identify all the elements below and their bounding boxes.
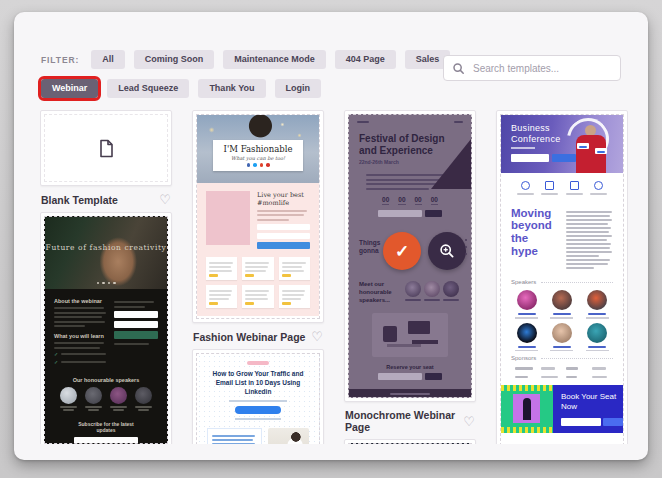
check-item: ✓ xyxy=(54,360,106,365)
speaker xyxy=(424,281,440,302)
filter-button-login[interactable]: Login xyxy=(275,79,322,98)
fashion-dark-thumbnail[interactable]: Future of fashion creativity About the w… xyxy=(44,216,168,444)
template-card-linkedin[interactable]: How to Grow Your Traffic and Email List … xyxy=(192,349,324,444)
register-button xyxy=(114,331,158,339)
testimonial xyxy=(206,285,237,308)
template-name: Blank Template xyxy=(41,194,118,206)
reserve-heading: Reserve your seat xyxy=(349,364,471,370)
filter-row-1: FILTER: All Coming Soon Maintenance Mode… xyxy=(41,50,450,69)
template-card-blank[interactable] xyxy=(40,110,172,186)
template-card-fashion[interactable]: I'M Fashionable What you can be too! xyxy=(192,110,324,323)
template-card-navy[interactable] xyxy=(344,439,476,444)
check-item: ✓ xyxy=(54,352,106,357)
mono-title: Festival of Design and Experience xyxy=(359,133,447,156)
avatar xyxy=(587,290,607,310)
logo-line xyxy=(357,121,369,123)
subtitle-line xyxy=(229,400,287,402)
speakers-grid xyxy=(511,290,613,351)
fashion-feature-text: Live your best #momlife xyxy=(257,191,310,249)
booking-banner: Book Your Seat Now xyxy=(501,385,623,433)
star-rating xyxy=(209,274,218,277)
filter-button-lead-squeeze[interactable]: Lead Squeeze xyxy=(107,79,189,98)
figure-silhouette xyxy=(523,398,531,420)
speakers-heading: Speakers xyxy=(511,279,536,285)
templates-panel: FILTER: All Coming Soon Maintenance Mode… xyxy=(14,12,648,460)
testimonial xyxy=(242,285,273,308)
avatar xyxy=(60,387,77,404)
filter-button-all[interactable]: All xyxy=(91,50,125,69)
slider-dots xyxy=(465,239,467,255)
feature xyxy=(566,181,583,195)
preview-template-button[interactable] xyxy=(428,232,466,270)
filter-button-webinar-active[interactable]: Webinar xyxy=(41,79,98,98)
favorite-heart-icon[interactable]: ♡ xyxy=(463,415,475,428)
blank-template-thumbnail[interactable] xyxy=(44,114,168,182)
dark-speakers-section: Our honourable speakers xyxy=(45,372,167,414)
subscribe-input xyxy=(74,437,138,444)
avatar xyxy=(517,290,537,310)
filter-button-thank-you[interactable]: Thank You xyxy=(198,79,265,98)
mono-footer xyxy=(349,389,471,398)
grid-column-2: I'M Fashionable What you can be too! xyxy=(192,110,324,444)
speakers-heading: Our honourable speakers xyxy=(53,377,159,383)
speaker xyxy=(405,281,421,302)
star-rating xyxy=(245,274,254,277)
card-chip xyxy=(595,148,607,154)
fashion-hero-subtitle: What you can be too! xyxy=(215,155,301,161)
check-icon: ✓ xyxy=(54,352,58,357)
form-input xyxy=(257,224,310,230)
choose-template-button[interactable]: ✓ xyxy=(383,232,421,270)
filter-button-maintenance-mode[interactable]: Maintenance Mode xyxy=(223,50,326,69)
search-input[interactable] xyxy=(471,62,611,75)
section-label: Sponsors xyxy=(511,355,613,361)
testimonial xyxy=(279,285,310,308)
check-icon: ✓ xyxy=(395,241,409,262)
monochrome-thumbnail[interactable]: Festival of Design and Experience 22nd-2… xyxy=(348,114,472,398)
filter-row-2: Webinar Lead Squeeze Thank You Login xyxy=(41,79,450,98)
form-input xyxy=(114,311,158,318)
speaker-avatars xyxy=(53,387,159,412)
dark-hero-title: Future of fashion creativity xyxy=(45,243,167,252)
speakers-section: Speakers xyxy=(501,275,623,351)
speaker xyxy=(443,281,459,302)
about-heading: About the webinar xyxy=(54,298,106,304)
fashion-hero-title: I'M Fashionable xyxy=(215,144,301,154)
conference-thumbnail[interactable]: Business Conference Mov xyxy=(500,114,624,444)
sponsors-heading: Sponsors xyxy=(511,355,536,361)
speaker xyxy=(582,323,613,352)
testimonial xyxy=(242,257,273,280)
speaker xyxy=(511,323,542,352)
speaker xyxy=(546,290,577,319)
testimonial-cards xyxy=(197,255,319,316)
submit-button xyxy=(425,210,442,217)
banner-artwork xyxy=(501,385,553,433)
template-card-monochrome[interactable]: Festival of Design and Experience 22nd-2… xyxy=(344,110,476,402)
template-card-conference[interactable]: Business Conference Mov xyxy=(496,110,628,444)
blank-page-icon xyxy=(99,139,114,158)
template-card-fashion-dark[interactable]: Future of fashion creativity About the w… xyxy=(40,212,172,444)
favorite-heart-icon[interactable]: ♡ xyxy=(159,193,171,206)
filter-button-404-page[interactable]: 404 Page xyxy=(335,50,396,69)
learn-heading: What you will learn xyxy=(54,333,106,339)
fashion-hero-image: I'M Fashionable What you can be too! xyxy=(197,115,319,183)
avatar xyxy=(443,281,459,297)
banner-content: Book Your Seat Now xyxy=(553,385,624,433)
headline-row: Moving beyond the hype xyxy=(501,199,623,276)
fashion-feature-section: Live your best #momlife xyxy=(197,183,319,255)
fashion-webinar-thumbnail[interactable]: I'M Fashionable What you can be too! xyxy=(196,114,320,319)
search-box[interactable] xyxy=(443,55,621,81)
conference-title: Business Conference xyxy=(511,123,581,145)
mono-signup-row xyxy=(349,210,471,217)
filter-button-coming-soon[interactable]: Coming Soon xyxy=(134,50,215,69)
favorite-heart-icon[interactable]: ♡ xyxy=(311,330,323,343)
fashion-hero-box: I'M Fashionable What you can be too! xyxy=(213,140,303,171)
dark-about-column: About the webinar What you will learn ✓ … xyxy=(54,298,106,368)
countdown-days: 00 xyxy=(382,196,389,206)
avatar xyxy=(424,281,440,297)
avatar xyxy=(517,323,537,343)
filter-label: FILTER: xyxy=(41,55,79,65)
navy-thumbnail[interactable] xyxy=(348,443,472,444)
linkedin-content-row xyxy=(197,424,319,444)
linkedin-thumbnail[interactable]: How to Grow Your Traffic and Email List … xyxy=(196,353,320,444)
speaker xyxy=(135,387,152,412)
